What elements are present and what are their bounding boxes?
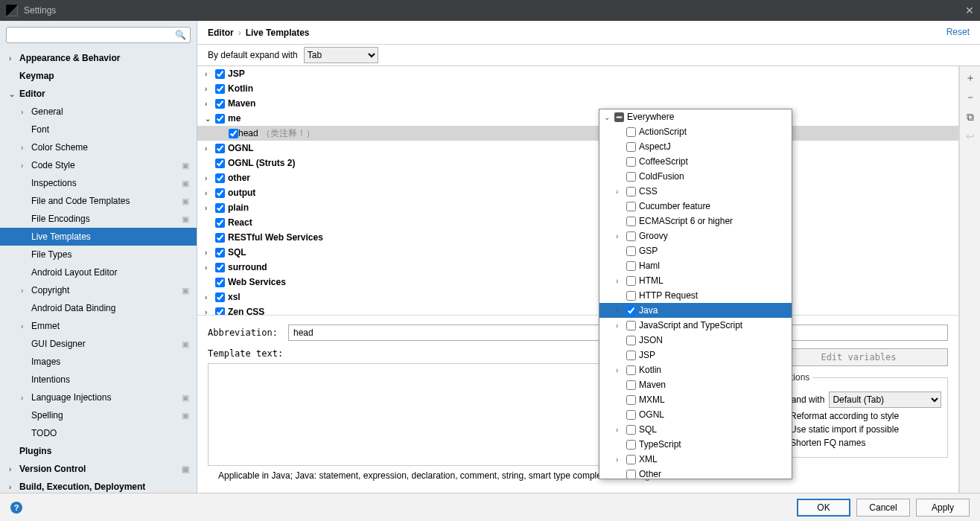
group-react[interactable]: React xyxy=(197,215,958,230)
ok-button[interactable]: OK xyxy=(797,499,850,517)
remove-icon[interactable]: － xyxy=(965,90,976,105)
sidebar-item-appearance-behavior[interactable]: ›Appearance & Behavior xyxy=(0,49,197,67)
breadcrumb-editor[interactable]: Editor xyxy=(208,28,234,38)
group-output[interactable]: ›output xyxy=(197,185,958,200)
sidebar-item-inspections[interactable]: Inspections▣ xyxy=(0,174,197,192)
options-fieldset: Options Expand with Default (Tab) Reform… xyxy=(769,372,948,458)
context-popup[interactable]: ⌄EverywhereActionScriptAspectJCoffeeScri… xyxy=(599,109,792,479)
context-javascript-and-typescript[interactable]: ›JavaScript and TypeScript xyxy=(599,318,792,333)
sidebar-item-images[interactable]: Images xyxy=(0,353,197,371)
breadcrumb-live-templates: Live Templates xyxy=(246,28,310,38)
titlebar: Settings ✕ xyxy=(0,0,980,21)
context-mxml[interactable]: MXML xyxy=(599,392,792,407)
group-kotlin[interactable]: ›Kotlin xyxy=(197,81,958,96)
context-json[interactable]: JSON xyxy=(599,333,792,348)
group-jsp[interactable]: ›JSP xyxy=(197,66,958,81)
sidebar-item-editor[interactable]: ⌄Editor xyxy=(0,85,197,103)
breadcrumb: Editor › Live Templates Reset xyxy=(197,21,980,45)
group-restful-web-services[interactable]: RESTful Web Services xyxy=(197,230,958,245)
settings-tree[interactable]: ›Appearance & BehaviorKeymap⌄Editor›Gene… xyxy=(0,49,197,493)
abbreviation-label: Abbreviation: xyxy=(208,327,282,338)
context-jsp[interactable]: JSP xyxy=(599,348,792,362)
context-coffeescript[interactable]: CoffeeScript xyxy=(599,154,792,169)
context-html[interactable]: ›HTML xyxy=(599,273,792,288)
group-surround[interactable]: ›surround xyxy=(197,260,958,275)
project-icon: ▣ xyxy=(182,464,189,474)
group-xsl[interactable]: ›xsl xyxy=(197,290,958,304)
context-cucumber-feature[interactable]: Cucumber feature xyxy=(599,199,792,214)
close-icon[interactable]: ✕ xyxy=(965,4,974,16)
sidebar-item-code-style[interactable]: ›Code Style▣ xyxy=(0,156,197,174)
app-icon xyxy=(6,4,18,16)
group-web-services[interactable]: Web Services xyxy=(197,275,958,290)
context-coldfusion[interactable]: ColdFusion xyxy=(599,169,792,184)
search-icon: 🔍 xyxy=(175,30,186,40)
context-other[interactable]: Other xyxy=(599,467,792,479)
apply-button[interactable]: Apply xyxy=(916,499,970,517)
group-zen-css[interactable]: ›Zen CSS xyxy=(197,304,958,316)
context-kotlin[interactable]: ›Kotlin xyxy=(599,362,792,377)
context-ecmascript-6-or-higher[interactable]: ECMAScript 6 or higher xyxy=(599,214,792,228)
sidebar-item-build-execution-deployment[interactable]: ›Build, Execution, Deployment xyxy=(0,478,197,493)
sidebar-item-android-data-binding[interactable]: Android Data Binding xyxy=(0,299,197,317)
search-input[interactable] xyxy=(6,27,191,43)
template-groups[interactable]: ›JSP›Kotlin›Maven⌄mehead（类注释！）›OGNLOGNL … xyxy=(197,66,958,316)
context-gsp[interactable]: GSP xyxy=(599,243,792,258)
sidebar-item-gui-designer[interactable]: GUI Designer▣ xyxy=(0,335,197,353)
context-everywhere[interactable]: ⌄Everywhere xyxy=(599,109,792,124)
context-haml[interactable]: Haml xyxy=(599,258,792,273)
group-other[interactable]: ›other xyxy=(197,170,958,185)
project-icon: ▣ xyxy=(182,339,189,349)
sidebar-item-color-scheme[interactable]: ›Color Scheme xyxy=(0,138,197,156)
cancel-button[interactable]: Cancel xyxy=(856,499,910,517)
sidebar-item-file-and-code-templates[interactable]: File and Code Templates▣ xyxy=(0,192,197,210)
project-icon: ▣ xyxy=(182,393,189,403)
sidebar-item-plugins[interactable]: Plugins xyxy=(0,442,197,460)
template-head[interactable]: head（类注释！） xyxy=(197,126,958,141)
copy-icon[interactable]: ⧉ xyxy=(967,109,974,124)
context-aspectj[interactable]: AspectJ xyxy=(599,139,792,154)
sidebar-item-font[interactable]: Font xyxy=(0,121,197,138)
group-plain[interactable]: ›plain xyxy=(197,200,958,215)
sidebar-item-keymap[interactable]: Keymap xyxy=(0,67,197,85)
sidebar-item-file-types[interactable]: File Types xyxy=(0,246,197,263)
sidebar-item-android-layout-editor[interactable]: Android Layout Editor xyxy=(0,263,197,281)
reset-link[interactable]: Reset xyxy=(946,27,970,37)
context-sql[interactable]: ›SQL xyxy=(599,422,792,437)
sidebar-item-spelling[interactable]: Spelling▣ xyxy=(0,406,197,424)
expand-select[interactable]: Tab xyxy=(304,47,378,63)
project-icon: ▣ xyxy=(182,286,189,295)
edit-variables-button[interactable]: Edit variables xyxy=(769,348,948,366)
expand-with-select[interactable]: Default (Tab) xyxy=(829,391,941,408)
context-typescript[interactable]: TypeScript xyxy=(599,437,792,452)
help-icon[interactable]: ? xyxy=(10,502,22,514)
template-toolbar: ＋ － ⧉ ↩ xyxy=(959,66,980,493)
chevron-right-icon: › xyxy=(238,28,241,38)
group-me[interactable]: ⌄me xyxy=(197,111,958,126)
project-icon: ▣ xyxy=(182,196,189,206)
context-xml[interactable]: ›XML xyxy=(599,452,792,467)
context-actionscript[interactable]: ActionScript xyxy=(599,124,792,139)
undo-icon[interactable]: ↩ xyxy=(966,129,975,144)
context-maven[interactable]: Maven xyxy=(599,377,792,392)
sidebar-item-todo[interactable]: TODO xyxy=(0,424,197,442)
group-ognl-struts-2-[interactable]: OGNL (Struts 2) xyxy=(197,156,958,170)
sidebar-item-version-control[interactable]: ›Version Control▣ xyxy=(0,460,197,478)
context-ognl[interactable]: OGNL xyxy=(599,407,792,422)
group-ognl[interactable]: ›OGNL xyxy=(197,141,958,156)
sidebar-item-intentions[interactable]: Intentions xyxy=(0,371,197,389)
context-java[interactable]: ›Java xyxy=(599,303,792,318)
sidebar-item-general[interactable]: ›General xyxy=(0,103,197,121)
group-maven[interactable]: ›Maven xyxy=(197,96,958,111)
sidebar-item-file-encodings[interactable]: File Encodings▣ xyxy=(0,210,197,228)
project-icon: ▣ xyxy=(182,214,189,224)
sidebar-item-live-templates[interactable]: Live Templates xyxy=(0,228,197,246)
sidebar-item-language-injections[interactable]: ›Language Injections▣ xyxy=(0,389,197,406)
context-groovy[interactable]: ›Groovy xyxy=(599,228,792,243)
group-sql[interactable]: ›SQL xyxy=(197,245,958,260)
context-css[interactable]: ›CSS xyxy=(599,184,792,199)
sidebar-item-emmet[interactable]: ›Emmet xyxy=(0,317,197,335)
context-http-request[interactable]: HTTP Request xyxy=(599,288,792,303)
add-icon[interactable]: ＋ xyxy=(965,71,976,86)
sidebar-item-copyright[interactable]: ›Copyright▣ xyxy=(0,281,197,299)
